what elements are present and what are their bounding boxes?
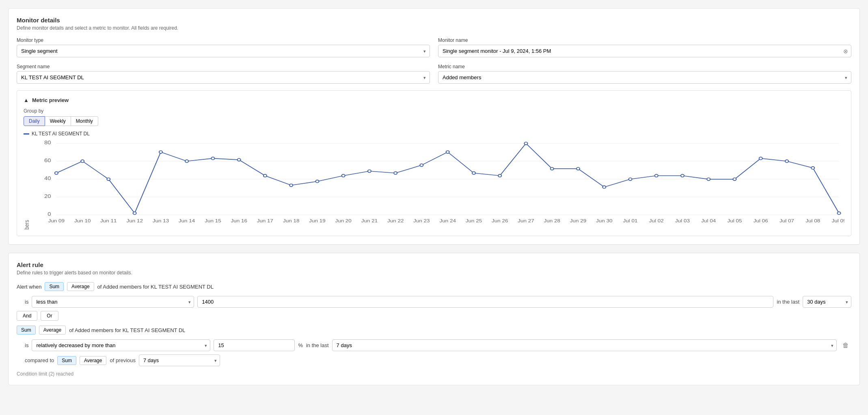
alert-rule-subtitle: Define rules to trigger alerts based on …	[17, 270, 851, 276]
svg-text:20: 20	[44, 193, 51, 199]
monitor-name-label: Monitor name	[438, 37, 851, 43]
monitor-type-select[interactable]: Single segment	[17, 45, 430, 57]
svg-text:Jun 29: Jun 29	[570, 219, 587, 224]
monitor-details-subtitle: Define monitor details and select a metr…	[17, 25, 851, 31]
and-button[interactable]: And	[17, 311, 37, 321]
group-by-label: Group by	[24, 108, 844, 114]
svg-point-22	[342, 174, 345, 177]
svg-text:Jun 12: Jun 12	[126, 219, 143, 224]
monitor-type-label: Monitor type	[17, 37, 430, 43]
condition2-period-select[interactable]: 7 days 14 days 30 days	[332, 339, 837, 351]
chart-legend: KL TEST AI SEGMENT DL	[24, 131, 844, 137]
svg-point-20	[289, 184, 293, 187]
condition2-average-button[interactable]: Average	[39, 326, 66, 335]
svg-text:Jul 04: Jul 04	[701, 219, 716, 224]
compared-to-row: compared to Sum Average of previous 7 da…	[17, 354, 851, 366]
metric-name-label: Metric name	[438, 64, 851, 70]
condition2-row: is relatively decreased by more than rel…	[17, 339, 851, 351]
condition1-is-label: is	[25, 299, 28, 305]
svg-point-38	[759, 157, 762, 160]
of-previous-label: of previous	[110, 357, 136, 363]
alert-metric-of-label: of Added members for KL TEST AI SEGMENT …	[97, 284, 214, 290]
previous-period-select[interactable]: 7 days 14 days 30 days	[139, 354, 220, 366]
group-by-weekly-button[interactable]: Weekly	[45, 116, 71, 126]
svg-text:Jun 28: Jun 28	[544, 219, 561, 224]
group-by-monthly-button[interactable]: Monthly	[71, 116, 98, 126]
and-or-row: And Or	[17, 311, 851, 321]
monitor-name-input[interactable]	[438, 45, 851, 57]
svg-text:Added members: Added members	[24, 220, 30, 229]
svg-point-19	[263, 174, 267, 177]
svg-text:Jun 15: Jun 15	[205, 219, 221, 224]
svg-text:Jun 11: Jun 11	[100, 219, 117, 224]
svg-text:Jun 19: Jun 19	[309, 219, 326, 224]
metric-preview-toggle[interactable]: ▲ Metric preview	[24, 97, 844, 103]
svg-text:Jun 21: Jun 21	[361, 219, 378, 224]
condition1-in-the-last-label: in the last	[777, 299, 799, 305]
condition2-sum-button[interactable]: Sum	[17, 326, 36, 335]
condition1-type-select[interactable]: less than greater than equal to	[32, 296, 194, 308]
metric-chart: 80 60 40 20 0 Added members	[24, 140, 844, 229]
svg-point-11	[55, 172, 58, 174]
alert-sum-button[interactable]: Sum	[45, 282, 64, 291]
svg-text:Jun 10: Jun 10	[74, 219, 91, 224]
svg-text:Jul 06: Jul 06	[754, 219, 768, 224]
svg-text:Jun 30: Jun 30	[596, 219, 613, 224]
svg-point-13	[107, 178, 110, 181]
chart-svg: 80 60 40 20 0 Added members	[24, 140, 844, 229]
compared-sum-button[interactable]: Sum	[57, 356, 76, 365]
svg-text:Jul 09: Jul 09	[832, 219, 844, 224]
svg-point-32	[602, 186, 606, 189]
condition2-header-row: Sum Average of Added members for KL TEST…	[17, 326, 851, 335]
or-button[interactable]: Or	[41, 311, 58, 321]
condition1-value-input[interactable]	[197, 296, 773, 308]
svg-text:Jun 14: Jun 14	[179, 219, 195, 224]
svg-text:Jul 02: Jul 02	[649, 219, 664, 224]
svg-point-26	[446, 151, 449, 154]
svg-text:Jul 05: Jul 05	[727, 219, 742, 224]
alert-rule-title: Alert rule	[17, 261, 851, 268]
svg-point-34	[655, 174, 658, 177]
svg-text:Jun 27: Jun 27	[518, 219, 534, 224]
svg-point-39	[785, 160, 788, 163]
svg-text:Jun 20: Jun 20	[335, 219, 352, 224]
alert-when-label: Alert when	[17, 284, 41, 290]
svg-point-40	[811, 167, 814, 169]
svg-point-36	[707, 178, 710, 181]
condition1-period-select[interactable]: 30 days 7 days 14 days	[803, 296, 851, 308]
metric-name-select[interactable]: Added members	[438, 71, 851, 84]
svg-text:Jul 07: Jul 07	[779, 219, 794, 224]
svg-text:Jun 16: Jun 16	[231, 219, 247, 224]
svg-point-35	[681, 174, 684, 177]
svg-text:Jun 23: Jun 23	[413, 219, 430, 224]
svg-point-25	[420, 164, 423, 167]
condition-limit-message: Condition limit (2) reached	[17, 371, 851, 377]
svg-text:Jun 26: Jun 26	[492, 219, 508, 224]
svg-text:Jun 18: Jun 18	[283, 219, 300, 224]
segment-name-select[interactable]: KL TEST AI SEGMENT DL	[17, 71, 430, 84]
svg-text:Jun 17: Jun 17	[257, 219, 274, 224]
percent-label: %	[298, 342, 303, 348]
compared-to-label: compared to	[25, 357, 54, 363]
svg-point-30	[551, 167, 554, 170]
svg-point-27	[472, 172, 475, 174]
svg-point-21	[315, 180, 319, 183]
svg-point-33	[628, 178, 632, 181]
condition2-delete-button[interactable]: 🗑	[840, 341, 851, 350]
svg-text:Jul 08: Jul 08	[805, 219, 820, 224]
compared-average-button[interactable]: Average	[80, 356, 106, 365]
svg-text:60: 60	[44, 158, 51, 163]
svg-point-31	[577, 167, 580, 170]
condition2-in-the-last-label: in the last	[306, 342, 329, 348]
condition2-value-input[interactable]	[214, 339, 295, 351]
alert-average-button[interactable]: Average	[67, 282, 94, 291]
condition2-of-label: of Added members for KL TEST AI SEGMENT …	[69, 327, 185, 333]
svg-point-23	[368, 170, 371, 173]
svg-text:0: 0	[48, 211, 51, 217]
condition1-row: is less than greater than equal to in th…	[17, 296, 851, 308]
condition2-type-select[interactable]: relatively decreased by more than relati…	[32, 339, 210, 351]
svg-point-24	[394, 172, 397, 174]
svg-text:Jun 22: Jun 22	[387, 219, 404, 224]
monitor-name-clear-button[interactable]: ⊗	[843, 48, 848, 54]
group-by-daily-button[interactable]: Daily	[24, 116, 45, 126]
